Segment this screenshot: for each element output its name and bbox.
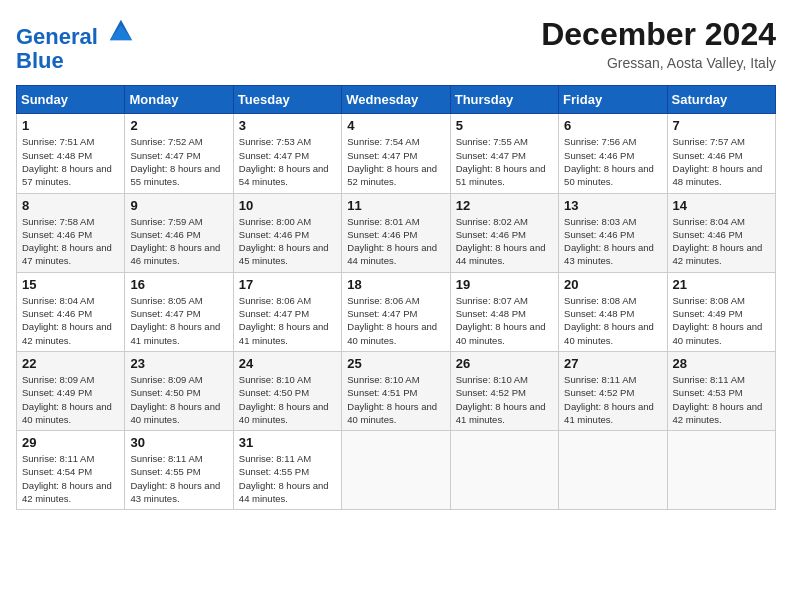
day-detail: Sunrise: 8:09 AMSunset: 4:50 PMDaylight:… bbox=[130, 373, 227, 426]
day-cell bbox=[342, 431, 450, 510]
day-detail: Sunrise: 8:10 AMSunset: 4:51 PMDaylight:… bbox=[347, 373, 444, 426]
day-cell: 7 Sunrise: 7:57 AMSunset: 4:46 PMDayligh… bbox=[667, 114, 775, 193]
day-number: 29 bbox=[22, 435, 119, 450]
day-cell bbox=[450, 431, 558, 510]
day-number: 2 bbox=[130, 118, 227, 133]
day-cell: 14 Sunrise: 8:04 AMSunset: 4:46 PMDaylig… bbox=[667, 193, 775, 272]
day-number: 18 bbox=[347, 277, 444, 292]
day-detail: Sunrise: 8:11 AMSunset: 4:52 PMDaylight:… bbox=[564, 373, 661, 426]
day-detail: Sunrise: 7:55 AMSunset: 4:47 PMDaylight:… bbox=[456, 135, 553, 188]
day-cell: 13 Sunrise: 8:03 AMSunset: 4:46 PMDaylig… bbox=[559, 193, 667, 272]
day-cell: 2 Sunrise: 7:52 AMSunset: 4:47 PMDayligh… bbox=[125, 114, 233, 193]
day-cell: 24 Sunrise: 8:10 AMSunset: 4:50 PMDaylig… bbox=[233, 351, 341, 430]
day-detail: Sunrise: 8:00 AMSunset: 4:46 PMDaylight:… bbox=[239, 215, 336, 268]
calendar-table: SundayMondayTuesdayWednesdayThursdayFrid… bbox=[16, 85, 776, 510]
day-detail: Sunrise: 8:04 AMSunset: 4:46 PMDaylight:… bbox=[22, 294, 119, 347]
day-detail: Sunrise: 8:08 AMSunset: 4:49 PMDaylight:… bbox=[673, 294, 770, 347]
day-detail: Sunrise: 8:06 AMSunset: 4:47 PMDaylight:… bbox=[347, 294, 444, 347]
day-number: 5 bbox=[456, 118, 553, 133]
day-number: 8 bbox=[22, 198, 119, 213]
weekday-header-sunday: Sunday bbox=[17, 86, 125, 114]
day-number: 12 bbox=[456, 198, 553, 213]
week-row-1: 1 Sunrise: 7:51 AMSunset: 4:48 PMDayligh… bbox=[17, 114, 776, 193]
week-row-2: 8 Sunrise: 7:58 AMSunset: 4:46 PMDayligh… bbox=[17, 193, 776, 272]
day-number: 15 bbox=[22, 277, 119, 292]
day-cell: 6 Sunrise: 7:56 AMSunset: 4:46 PMDayligh… bbox=[559, 114, 667, 193]
day-number: 10 bbox=[239, 198, 336, 213]
day-cell: 12 Sunrise: 8:02 AMSunset: 4:46 PMDaylig… bbox=[450, 193, 558, 272]
day-detail: Sunrise: 8:01 AMSunset: 4:46 PMDaylight:… bbox=[347, 215, 444, 268]
day-detail: Sunrise: 8:07 AMSunset: 4:48 PMDaylight:… bbox=[456, 294, 553, 347]
day-cell: 15 Sunrise: 8:04 AMSunset: 4:46 PMDaylig… bbox=[17, 272, 125, 351]
day-cell: 9 Sunrise: 7:59 AMSunset: 4:46 PMDayligh… bbox=[125, 193, 233, 272]
weekday-header-tuesday: Tuesday bbox=[233, 86, 341, 114]
day-number: 27 bbox=[564, 356, 661, 371]
logo-general: General bbox=[16, 24, 98, 49]
day-detail: Sunrise: 8:02 AMSunset: 4:46 PMDaylight:… bbox=[456, 215, 553, 268]
day-number: 25 bbox=[347, 356, 444, 371]
day-cell: 20 Sunrise: 8:08 AMSunset: 4:48 PMDaylig… bbox=[559, 272, 667, 351]
location: Gressan, Aosta Valley, Italy bbox=[541, 55, 776, 71]
day-number: 1 bbox=[22, 118, 119, 133]
day-cell: 23 Sunrise: 8:09 AMSunset: 4:50 PMDaylig… bbox=[125, 351, 233, 430]
day-cell bbox=[559, 431, 667, 510]
day-detail: Sunrise: 7:59 AMSunset: 4:46 PMDaylight:… bbox=[130, 215, 227, 268]
day-number: 14 bbox=[673, 198, 770, 213]
day-detail: Sunrise: 8:10 AMSunset: 4:50 PMDaylight:… bbox=[239, 373, 336, 426]
day-detail: Sunrise: 7:54 AMSunset: 4:47 PMDaylight:… bbox=[347, 135, 444, 188]
day-cell: 30 Sunrise: 8:11 AMSunset: 4:55 PMDaylig… bbox=[125, 431, 233, 510]
week-row-3: 15 Sunrise: 8:04 AMSunset: 4:46 PMDaylig… bbox=[17, 272, 776, 351]
day-number: 28 bbox=[673, 356, 770, 371]
title-area: December 2024 Gressan, Aosta Valley, Ita… bbox=[541, 16, 776, 71]
day-number: 4 bbox=[347, 118, 444, 133]
day-cell: 5 Sunrise: 7:55 AMSunset: 4:47 PMDayligh… bbox=[450, 114, 558, 193]
day-cell: 11 Sunrise: 8:01 AMSunset: 4:46 PMDaylig… bbox=[342, 193, 450, 272]
day-number: 23 bbox=[130, 356, 227, 371]
page-header: General Blue December 2024 Gressan, Aost… bbox=[16, 16, 776, 73]
day-cell: 18 Sunrise: 8:06 AMSunset: 4:47 PMDaylig… bbox=[342, 272, 450, 351]
day-cell: 31 Sunrise: 8:11 AMSunset: 4:55 PMDaylig… bbox=[233, 431, 341, 510]
day-number: 13 bbox=[564, 198, 661, 213]
day-number: 17 bbox=[239, 277, 336, 292]
svg-marker-1 bbox=[110, 25, 132, 40]
logo: General Blue bbox=[16, 16, 134, 73]
day-cell: 26 Sunrise: 8:10 AMSunset: 4:52 PMDaylig… bbox=[450, 351, 558, 430]
day-detail: Sunrise: 7:51 AMSunset: 4:48 PMDaylight:… bbox=[22, 135, 119, 188]
month-title: December 2024 bbox=[541, 16, 776, 53]
weekday-header-row: SundayMondayTuesdayWednesdayThursdayFrid… bbox=[17, 86, 776, 114]
day-cell: 3 Sunrise: 7:53 AMSunset: 4:47 PMDayligh… bbox=[233, 114, 341, 193]
day-detail: Sunrise: 8:09 AMSunset: 4:49 PMDaylight:… bbox=[22, 373, 119, 426]
day-number: 30 bbox=[130, 435, 227, 450]
day-cell: 10 Sunrise: 8:00 AMSunset: 4:46 PMDaylig… bbox=[233, 193, 341, 272]
day-number: 11 bbox=[347, 198, 444, 213]
day-cell: 8 Sunrise: 7:58 AMSunset: 4:46 PMDayligh… bbox=[17, 193, 125, 272]
day-detail: Sunrise: 7:58 AMSunset: 4:46 PMDaylight:… bbox=[22, 215, 119, 268]
day-detail: Sunrise: 8:11 AMSunset: 4:54 PMDaylight:… bbox=[22, 452, 119, 505]
day-detail: Sunrise: 8:06 AMSunset: 4:47 PMDaylight:… bbox=[239, 294, 336, 347]
day-detail: Sunrise: 8:05 AMSunset: 4:47 PMDaylight:… bbox=[130, 294, 227, 347]
logo-icon bbox=[106, 16, 134, 44]
day-detail: Sunrise: 7:57 AMSunset: 4:46 PMDaylight:… bbox=[673, 135, 770, 188]
weekday-header-wednesday: Wednesday bbox=[342, 86, 450, 114]
day-number: 20 bbox=[564, 277, 661, 292]
day-cell: 17 Sunrise: 8:06 AMSunset: 4:47 PMDaylig… bbox=[233, 272, 341, 351]
day-number: 7 bbox=[673, 118, 770, 133]
weekday-header-saturday: Saturday bbox=[667, 86, 775, 114]
day-number: 31 bbox=[239, 435, 336, 450]
day-cell: 16 Sunrise: 8:05 AMSunset: 4:47 PMDaylig… bbox=[125, 272, 233, 351]
day-number: 26 bbox=[456, 356, 553, 371]
day-number: 16 bbox=[130, 277, 227, 292]
day-detail: Sunrise: 8:10 AMSunset: 4:52 PMDaylight:… bbox=[456, 373, 553, 426]
weekday-header-thursday: Thursday bbox=[450, 86, 558, 114]
day-cell: 4 Sunrise: 7:54 AMSunset: 4:47 PMDayligh… bbox=[342, 114, 450, 193]
day-detail: Sunrise: 8:11 AMSunset: 4:53 PMDaylight:… bbox=[673, 373, 770, 426]
day-cell: 27 Sunrise: 8:11 AMSunset: 4:52 PMDaylig… bbox=[559, 351, 667, 430]
day-cell: 21 Sunrise: 8:08 AMSunset: 4:49 PMDaylig… bbox=[667, 272, 775, 351]
day-detail: Sunrise: 8:03 AMSunset: 4:46 PMDaylight:… bbox=[564, 215, 661, 268]
weekday-header-monday: Monday bbox=[125, 86, 233, 114]
day-cell: 22 Sunrise: 8:09 AMSunset: 4:49 PMDaylig… bbox=[17, 351, 125, 430]
day-detail: Sunrise: 8:04 AMSunset: 4:46 PMDaylight:… bbox=[673, 215, 770, 268]
day-detail: Sunrise: 8:11 AMSunset: 4:55 PMDaylight:… bbox=[130, 452, 227, 505]
day-number: 24 bbox=[239, 356, 336, 371]
weekday-header-friday: Friday bbox=[559, 86, 667, 114]
